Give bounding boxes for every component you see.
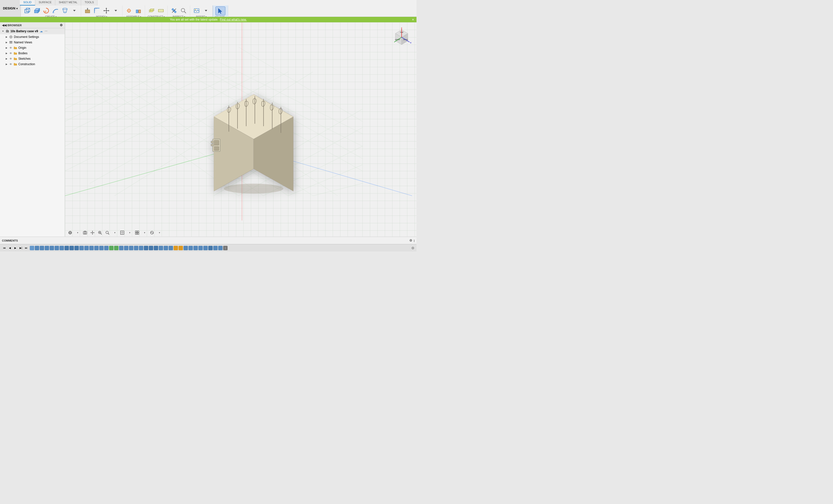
vp-btn-zoom-dropdown[interactable]: ▾ <box>112 229 118 236</box>
timeline-item-28[interactable] <box>164 246 168 250</box>
timeline-item-7[interactable] <box>60 246 64 250</box>
timeline-item-36[interactable] <box>203 246 208 250</box>
timeline-item-32[interactable] <box>184 246 188 250</box>
timeline-item-23[interactable] <box>139 246 143 250</box>
btn-press-pull[interactable] <box>83 6 92 15</box>
timeline-item-6[interactable] <box>54 246 59 250</box>
timeline-item-15[interactable] <box>99 246 104 250</box>
vp-btn-screenshot[interactable] <box>82 229 88 236</box>
btn-sweep[interactable] <box>51 6 60 15</box>
tree-item-origin[interactable]: ▶ 👁 Origin <box>0 45 65 51</box>
collapse-icon[interactable]: ◀◀ <box>2 24 6 27</box>
tree-item-root[interactable]: ▼ 10s Battery case v9 ☁ ⋯ <box>0 28 65 34</box>
tl-btn-start[interactable]: ⏮ <box>2 246 7 251</box>
timeline-item-16[interactable] <box>104 246 109 250</box>
vp-btn-display-dropdown[interactable]: ▾ <box>126 229 133 236</box>
viewport[interactable]: TOP FRONT RIGHT Z X <box>65 22 416 237</box>
timeline-item-24[interactable] <box>144 246 148 250</box>
btn-insert-image[interactable] <box>192 6 201 15</box>
timeline-item-3[interactable] <box>40 246 44 250</box>
timeline-item-39[interactable] <box>218 246 223 250</box>
timeline-item-29[interactable] <box>169 246 173 250</box>
timeline-item-1[interactable] <box>30 246 34 250</box>
timeline-item-end[interactable]: | <box>223 246 228 250</box>
timeline-item-14[interactable] <box>94 246 99 250</box>
tl-btn-end[interactable]: ⏭ <box>24 246 29 251</box>
btn-new-component[interactable] <box>23 6 32 15</box>
btn-fillet[interactable] <box>93 6 101 15</box>
timeline-item-21[interactable] <box>129 246 134 250</box>
btn-as-built-joint[interactable] <box>134 6 143 15</box>
sketches-eye[interactable]: 👁 <box>9 57 13 60</box>
btn-move[interactable] <box>102 6 111 15</box>
btn-create-more[interactable] <box>70 6 79 15</box>
tab-tools[interactable]: TOOLS <box>81 0 97 5</box>
timeline-item-33[interactable] <box>188 246 193 250</box>
timeline-item-38[interactable] <box>213 246 218 250</box>
comments-collapse-icon[interactable]: | <box>414 239 414 242</box>
btn-measure[interactable] <box>170 6 178 15</box>
vp-btn-display[interactable] <box>119 229 125 236</box>
timeline-settings-icon[interactable]: ⚙ <box>411 246 414 250</box>
timeline-item-2[interactable] <box>35 246 39 250</box>
vp-btn-orbit[interactable] <box>67 229 73 236</box>
timeline-item-8[interactable] <box>65 246 69 250</box>
origin-eye[interactable]: 👁 <box>9 46 13 50</box>
vp-btn-grid-dropdown[interactable]: ▾ <box>141 229 148 236</box>
axis-cube[interactable]: TOP FRONT RIGHT Z X <box>392 27 411 47</box>
btn-select[interactable] <box>215 6 225 15</box>
timeline-item-31[interactable] <box>178 246 183 250</box>
vp-btn-pan[interactable] <box>89 229 96 236</box>
notification-close[interactable]: × <box>412 18 414 22</box>
tree-item-bodies[interactable]: ▶ 👁 Bodies <box>0 51 65 56</box>
bodies-eye[interactable]: 👁 <box>9 52 13 55</box>
timeline-item-18[interactable] <box>114 246 119 250</box>
btn-inspect-more[interactable] <box>179 6 188 15</box>
timeline-item-9[interactable] <box>69 246 74 250</box>
vp-btn-orbit-dropdown[interactable]: ▾ <box>74 229 81 236</box>
btn-loft[interactable] <box>61 6 69 15</box>
vp-btn-env-dropdown[interactable]: ▾ <box>156 229 163 236</box>
btn-insert-more[interactable] <box>201 6 211 15</box>
timeline-item-26[interactable] <box>154 246 158 250</box>
tl-btn-play[interactable]: ▶ <box>13 246 18 251</box>
timeline-item-13[interactable] <box>89 246 94 250</box>
notification-link[interactable]: Find out what's new. <box>220 18 247 21</box>
timeline-item-10[interactable] <box>74 246 79 250</box>
vp-btn-grid[interactable] <box>134 229 140 236</box>
timeline-item-4[interactable] <box>45 246 49 250</box>
timeline-item-20[interactable] <box>124 246 128 250</box>
tab-sheet-metal[interactable]: SHEET METAL <box>55 0 81 5</box>
browser-settings-icon[interactable]: ⚙ <box>60 23 63 27</box>
tree-item-named-views[interactable]: ▶ Named Views <box>0 40 65 45</box>
timeline-item-25[interactable] <box>149 246 153 250</box>
tree-item-construction[interactable]: ▶ 👁 Construction <box>0 61 65 67</box>
tab-surface[interactable]: SURFACE <box>35 0 55 5</box>
construction-eye[interactable]: 👁 <box>9 62 13 66</box>
timeline-item-37[interactable] <box>208 246 213 250</box>
btn-revolve[interactable] <box>42 6 51 15</box>
btn-midplane[interactable] <box>157 6 165 15</box>
vp-btn-env[interactable] <box>149 229 155 236</box>
tl-btn-next[interactable]: ▶| <box>18 246 23 251</box>
vp-btn-zoom-fit[interactable] <box>97 229 103 236</box>
comments-settings-icon[interactable]: ⚙ <box>409 238 412 242</box>
vp-btn-zoom[interactable] <box>104 229 111 236</box>
design-dropdown[interactable]: DESIGN <box>0 0 21 17</box>
tree-item-doc-settings[interactable]: ▶ Document Settings <box>0 34 65 40</box>
tab-solid[interactable]: SOLID <box>20 0 35 5</box>
timeline-item-30[interactable] <box>173 246 178 250</box>
btn-joint[interactable] <box>124 6 134 15</box>
timeline-item-19[interactable] <box>119 246 123 250</box>
timeline-item-34[interactable] <box>193 246 198 250</box>
timeline-item-17[interactable] <box>109 246 114 250</box>
root-options-icon[interactable]: ⋯ <box>45 30 47 33</box>
timeline-item-5[interactable] <box>50 246 54 250</box>
timeline-item-11[interactable] <box>79 246 84 250</box>
timeline-item-12[interactable] <box>84 246 89 250</box>
tree-item-sketches[interactable]: ▶ 👁 Sketches <box>0 56 65 61</box>
btn-extrude[interactable] <box>32 6 41 15</box>
btn-offset-plane[interactable] <box>147 6 156 15</box>
timeline-item-35[interactable] <box>198 246 203 250</box>
timeline-item-22[interactable] <box>134 246 138 250</box>
